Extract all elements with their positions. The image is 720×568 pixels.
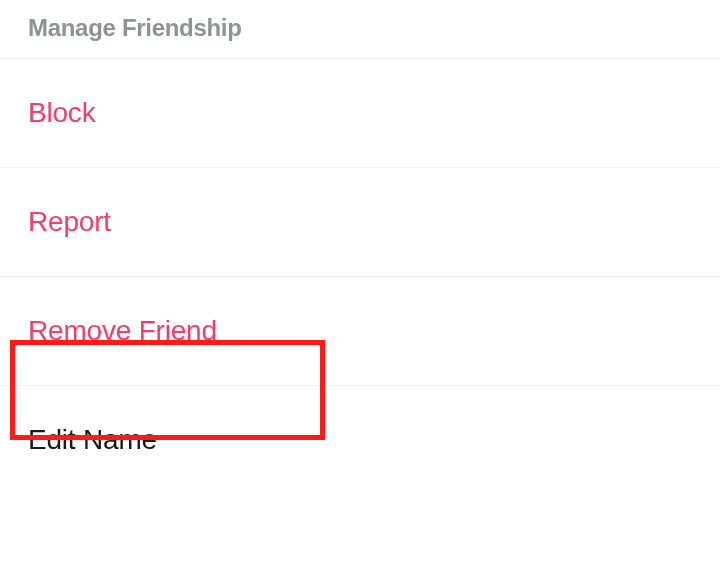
menu-list: Block Report Remove Friend Edit Name bbox=[0, 58, 720, 494]
menu-item-label: Report bbox=[28, 206, 111, 237]
section-header: Manage Friendship bbox=[0, 0, 720, 58]
menu-item-label: Remove Friend bbox=[28, 315, 217, 346]
remove-friend-button[interactable]: Remove Friend bbox=[0, 276, 720, 385]
block-button[interactable]: Block bbox=[0, 58, 720, 167]
report-button[interactable]: Report bbox=[0, 167, 720, 276]
edit-name-button[interactable]: Edit Name bbox=[0, 385, 720, 494]
menu-item-label: Block bbox=[28, 97, 95, 128]
menu-item-label: Edit Name bbox=[28, 424, 157, 455]
